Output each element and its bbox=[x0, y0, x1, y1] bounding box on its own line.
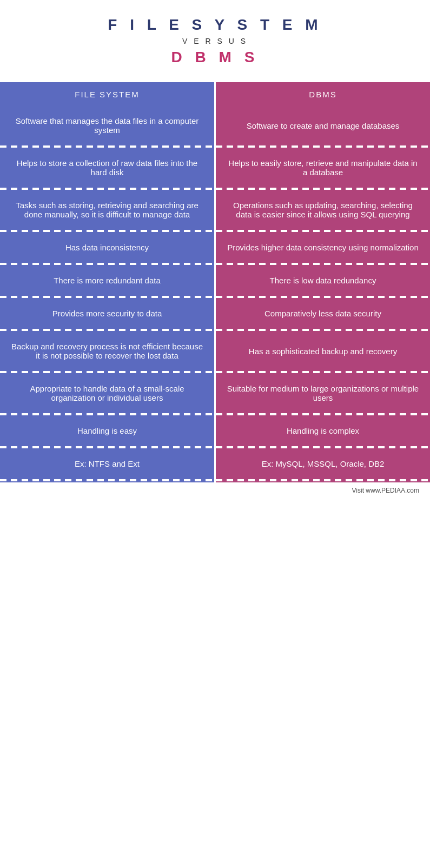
divider-row bbox=[0, 262, 430, 266]
cell-fs-1: Helps to store a collection of raw data … bbox=[0, 149, 215, 187]
versus-label: V E R S U S bbox=[11, 37, 419, 45]
divider-row bbox=[0, 370, 430, 374]
cell-dbms-4: There is low data redundancy bbox=[215, 266, 431, 295]
table-row: Backup and recovery process is not effic… bbox=[0, 332, 430, 370]
cell-fs-8: Handling is easy bbox=[0, 416, 215, 445]
cell-dbms-7: Suitable for medium to large organizatio… bbox=[215, 374, 431, 412]
divider-row bbox=[0, 187, 430, 191]
title-dbms: D B M S bbox=[11, 49, 419, 66]
divider-row bbox=[0, 144, 430, 149]
divider-row bbox=[0, 328, 430, 332]
table-row: Appropriate to handle data of a small-sc… bbox=[0, 374, 430, 412]
cell-dbms-6: Has a sophisticated backup and recovery bbox=[215, 332, 431, 370]
divider-row bbox=[0, 478, 430, 482]
divider-row bbox=[0, 229, 430, 233]
cell-dbms-2: Operations such as updating, searching, … bbox=[215, 191, 431, 229]
cell-fs-9: Ex: NTFS and Ext bbox=[0, 449, 215, 478]
divider-row bbox=[0, 412, 430, 416]
cell-dbms-3: Provides higher data consistency using n… bbox=[215, 233, 431, 262]
header-row: FILE SYSTEM DBMS bbox=[0, 82, 430, 107]
cell-dbms-8: Handling is complex bbox=[215, 416, 431, 445]
cell-fs-0: Software that manages the data files in … bbox=[0, 107, 215, 144]
table-row: Tasks such as storing, retrieving and se… bbox=[0, 191, 430, 229]
table-row: Has data inconsistencyProvides higher da… bbox=[0, 233, 430, 262]
cell-fs-3: Has data inconsistency bbox=[0, 233, 215, 262]
table-row: Ex: NTFS and ExtEx: MySQL, MSSQL, Oracle… bbox=[0, 449, 430, 478]
cell-fs-4: There is more redundant data bbox=[0, 266, 215, 295]
cell-dbms-0: Software to create and manage databases bbox=[215, 107, 431, 144]
col-header-fs: FILE SYSTEM bbox=[0, 82, 215, 107]
table-row: Software that manages the data files in … bbox=[0, 107, 430, 144]
title-file-system: F I L E S Y S T E M bbox=[11, 16, 419, 34]
divider-row bbox=[0, 445, 430, 449]
footer-note: Visit www.PEDIAA.com bbox=[0, 482, 430, 500]
comparison-table: FILE SYSTEM DBMS Software that manages t… bbox=[0, 82, 430, 482]
cell-fs-2: Tasks such as storing, retrieving and se… bbox=[0, 191, 215, 229]
table-row: Provides more security to dataComparativ… bbox=[0, 299, 430, 328]
cell-dbms-1: Helps to easily store, retrieve and mani… bbox=[215, 149, 431, 187]
cell-fs-7: Appropriate to handle data of a small-sc… bbox=[0, 374, 215, 412]
cell-dbms-9: Ex: MySQL, MSSQL, Oracle, DB2 bbox=[215, 449, 431, 478]
table-row: There is more redundant dataThere is low… bbox=[0, 266, 430, 295]
cell-fs-5: Provides more security to data bbox=[0, 299, 215, 328]
table-row: Handling is easyHandling is complex bbox=[0, 416, 430, 445]
col-header-dbms: DBMS bbox=[215, 82, 431, 107]
cell-fs-6: Backup and recovery process is not effic… bbox=[0, 332, 215, 370]
divider-row bbox=[0, 295, 430, 299]
cell-dbms-5: Comparatively less data security bbox=[215, 299, 431, 328]
header-section: F I L E S Y S T E M V E R S U S D B M S bbox=[0, 0, 430, 82]
table-row: Helps to store a collection of raw data … bbox=[0, 149, 430, 187]
